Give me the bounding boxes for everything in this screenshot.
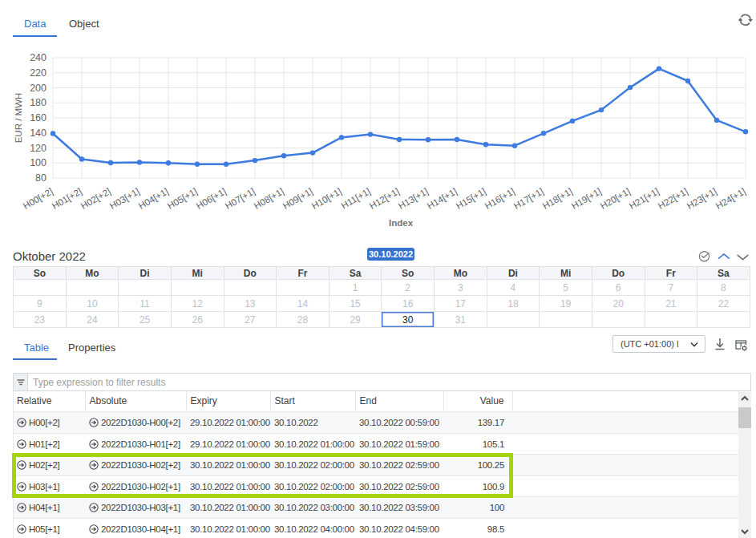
- svg-text:240: 240: [30, 52, 46, 63]
- svg-text:H14[+1]: H14[+1]: [426, 186, 459, 211]
- svg-text:100: 100: [30, 157, 46, 168]
- svg-text:H19[+1]: H19[+1]: [570, 186, 603, 211]
- svg-text:160: 160: [30, 112, 46, 123]
- svg-text:H21[+1]: H21[+1]: [628, 186, 661, 211]
- svg-text:H07[+1]: H07[+1]: [224, 186, 257, 211]
- svg-text:H17[+1]: H17[+1]: [512, 186, 545, 211]
- svg-text:H03[+1]: H03[+1]: [108, 186, 141, 211]
- svg-text:H16[+1]: H16[+1]: [483, 186, 516, 211]
- svg-text:Index: Index: [389, 218, 414, 228]
- svg-text:EUR / MWH: EUR / MWH: [14, 93, 23, 144]
- svg-text:H11[+1]: H11[+1]: [340, 186, 372, 210]
- svg-text:80: 80: [35, 172, 46, 184]
- svg-text:220: 220: [30, 67, 46, 79]
- svg-text:180: 180: [30, 97, 46, 108]
- svg-text:H09[+1]: H09[+1]: [281, 186, 314, 211]
- svg-text:H24[+1]: H24[+1]: [714, 186, 747, 211]
- svg-text:H20[+1]: H20[+1]: [599, 186, 632, 211]
- svg-text:H05[+1]: H05[+1]: [166, 186, 199, 211]
- svg-text:H23[+1]: H23[+1]: [685, 186, 718, 211]
- svg-text:200: 200: [30, 83, 46, 94]
- svg-text:H13[+1]: H13[+1]: [397, 186, 430, 211]
- svg-text:H00[+2]: H00[+2]: [22, 186, 55, 211]
- svg-text:H06[+1]: H06[+1]: [195, 186, 228, 211]
- svg-text:H02[+2]: H02[+2]: [79, 186, 112, 211]
- svg-text:H15[+1]: H15[+1]: [455, 186, 487, 211]
- svg-text:H22[+1]: H22[+1]: [657, 186, 689, 211]
- svg-text:H04[+1]: H04[+1]: [137, 186, 170, 211]
- svg-text:H10[+1]: H10[+1]: [310, 186, 343, 211]
- svg-text:H01[+2]: H01[+2]: [51, 186, 83, 211]
- svg-text:H12[+1]: H12[+1]: [368, 186, 401, 211]
- svg-text:140: 140: [30, 127, 46, 139]
- svg-text:H18[+1]: H18[+1]: [541, 186, 574, 211]
- svg-text:120: 120: [30, 143, 46, 154]
- svg-text:H08[+1]: H08[+1]: [253, 186, 285, 211]
